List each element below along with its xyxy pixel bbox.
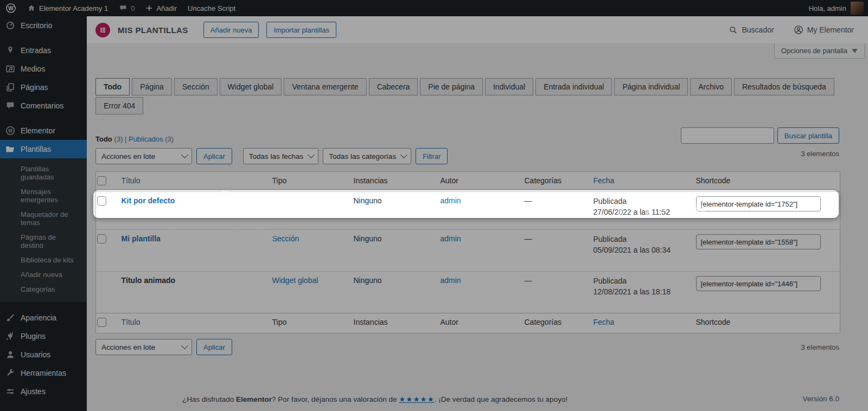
tab-entrada-individual[interactable]: Entrada individual: [535, 78, 612, 95]
uncache-script-menu[interactable]: Uncache Script: [182, 0, 241, 16]
column-fecha-sort[interactable]: Fecha: [593, 176, 615, 185]
comments-count: 0: [131, 4, 135, 12]
submenu-plantillas-guardadas[interactable]: Plantillas guardadas: [0, 162, 87, 184]
submenu-biblioteca-de-kits[interactable]: Biblioteca de kits: [0, 253, 87, 267]
sidebar-item-paginas[interactable]: Páginas: [0, 78, 87, 97]
tab-archivo[interactable]: Archivo: [690, 78, 732, 95]
search-templates-button[interactable]: Buscar plantilla: [777, 127, 839, 144]
column-instancias: Instancias: [353, 313, 439, 333]
tab-pagina-individual[interactable]: Página individual: [614, 78, 688, 95]
header-search[interactable]: Buscador: [729, 25, 774, 35]
template-instances: Ninguno: [353, 230, 439, 272]
shortcode-field[interactable]: [696, 234, 821, 249]
plugin-icon: [5, 331, 15, 341]
tab-individual[interactable]: Individual: [485, 78, 533, 95]
row-checkbox[interactable]: [97, 234, 106, 243]
chevron-down-icon: [400, 151, 407, 158]
sidebar-item-medios[interactable]: Medios: [0, 60, 87, 78]
template-title-link[interactable]: Mi plantilla: [122, 234, 161, 243]
comment-icon: [119, 4, 127, 12]
wordpress-logo-icon[interactable]: W: [0, 0, 22, 16]
tab-widget-global[interactable]: Widget global: [220, 78, 282, 95]
media-icon: [5, 64, 15, 74]
sidebar-item-usuarios[interactable]: Usuarios: [0, 345, 87, 364]
add-new-button[interactable]: Añadir nueva: [203, 22, 259, 38]
tab-seccion[interactable]: Sección: [174, 78, 218, 95]
screen-options-toggle[interactable]: Opciones de pantalla: [774, 43, 865, 59]
dates-filter-select[interactable]: Todas las fechas: [243, 148, 319, 164]
triangle-down-icon: [852, 49, 858, 53]
header-search-label: Buscador: [742, 25, 774, 34]
sidebar-item-escritorio[interactable]: Escritorio: [0, 16, 87, 35]
sidebar-item-comentarios[interactable]: Comentarios: [0, 97, 87, 115]
tab-ventana-emergente[interactable]: Ventana emergente: [284, 78, 366, 95]
submenu-maquetador-de-temas[interactable]: Maquetador de temas: [0, 207, 87, 230]
site-menu[interactable]: Elementor Academy 1: [22, 0, 113, 16]
my-elementor[interactable]: My Elementor: [794, 25, 854, 35]
plus-icon: [145, 4, 153, 12]
account-icon: [794, 25, 803, 35]
select-all-checkbox[interactable]: [97, 176, 106, 185]
tab-cabecera[interactable]: Cabecera: [369, 78, 418, 95]
sidebar-item-elementor[interactable]: Elementor: [0, 121, 87, 140]
submenu-paginas-de-destino[interactable]: Páginas de destino: [0, 230, 87, 253]
new-content-menu[interactable]: Añadir: [140, 0, 182, 16]
template-type-link[interactable]: Sección: [272, 234, 299, 243]
elementor-header-bar: MIS PLANTILLAS Añadir nueva Importar pla…: [87, 16, 868, 43]
apply-button-bottom[interactable]: Aplicar: [196, 339, 232, 355]
sidebar-item-entradas[interactable]: Entradas: [0, 41, 87, 60]
my-elementor-label: My Elementor: [807, 25, 854, 34]
shortcode-field[interactable]: [696, 276, 821, 291]
comments-menu[interactable]: 0: [113, 0, 140, 16]
column-titulo-sort[interactable]: Título: [122, 176, 141, 185]
column-shortcode: Shortcode: [695, 313, 840, 333]
sidebar-item-ajustes[interactable]: Ajustes: [0, 382, 87, 401]
search-templates-input[interactable]: [681, 127, 774, 144]
submenu-categorias[interactable]: Categorías: [0, 282, 87, 297]
sidebar-item-plantillas[interactable]: Plantillas: [0, 140, 87, 158]
categories-filter-select[interactable]: Todas las categorías: [323, 148, 411, 164]
sidebar-label: Apariencia: [21, 313, 56, 322]
bulk-actions-select[interactable]: Acciones en lote: [95, 148, 192, 164]
template-author-link[interactable]: admin: [441, 234, 461, 243]
apply-button[interactable]: Aplicar: [196, 148, 232, 164]
submenu-mensajes-emergentes[interactable]: Mensajes emergentes: [0, 184, 87, 207]
admin-footer: ¿Has disfrutado Elementor? Por favor, dé…: [182, 395, 839, 403]
submenu-anadir-nueva[interactable]: Añadir nueva: [0, 267, 87, 282]
bulk-actions-select-bottom[interactable]: Acciones en lote: [95, 339, 192, 355]
svg-text:W: W: [8, 5, 14, 11]
template-type-link[interactable]: Widget global: [272, 276, 318, 285]
main-content: MIS PLANTILLAS Añadir nueva Importar pla…: [87, 16, 868, 411]
template-title-link[interactable]: Kit por defecto: [122, 196, 175, 205]
column-autor: Autor: [439, 313, 524, 333]
select-all-checkbox[interactable]: [97, 318, 106, 327]
view-published[interactable]: Publicados: [129, 135, 163, 143]
row-checkbox[interactable]: [97, 196, 106, 206]
sidebar-item-plugins[interactable]: Plugins: [0, 327, 87, 345]
tab-pagina[interactable]: Página: [132, 78, 172, 95]
column-titulo-sort[interactable]: Título: [122, 318, 141, 326]
tab-pie-de-pagina[interactable]: Pie de página: [420, 78, 483, 95]
comment-bubble-icon: [5, 101, 15, 111]
elementor-logo-icon: [95, 23, 110, 37]
account-greeting[interactable]: Hola, admin: [809, 4, 846, 12]
view-all[interactable]: Todo: [95, 135, 112, 143]
shortcode-field[interactable]: [696, 196, 821, 211]
sidebar-collapse[interactable]: Cerrar menú: [0, 406, 87, 411]
table-footer-row: Título Tipo Instancias Autor Categorías …: [96, 313, 840, 333]
tab-resultados-busqueda[interactable]: Resultados de búsqueda: [734, 78, 834, 95]
import-templates-button[interactable]: Importar plantillas: [266, 22, 336, 38]
template-author-link[interactable]: admin: [441, 276, 461, 285]
tab-todo[interactable]: Todo: [95, 78, 130, 95]
column-fecha-sort[interactable]: Fecha: [593, 318, 615, 326]
items-count-bottom: 3 elementos: [801, 343, 839, 351]
five-stars-link[interactable]: ★★★★★: [399, 395, 435, 403]
filter-button[interactable]: Filtrar: [416, 148, 448, 164]
sidebar-item-herramientas[interactable]: Herramientas: [0, 364, 87, 382]
avatar[interactable]: [851, 2, 864, 15]
template-categories: —: [524, 272, 592, 313]
template-author-link[interactable]: admin: [441, 196, 461, 205]
sidebar-item-apariencia[interactable]: Apariencia: [0, 309, 87, 327]
elementor-icon: [5, 126, 15, 136]
tab-error-404[interactable]: Error 404: [95, 97, 143, 114]
